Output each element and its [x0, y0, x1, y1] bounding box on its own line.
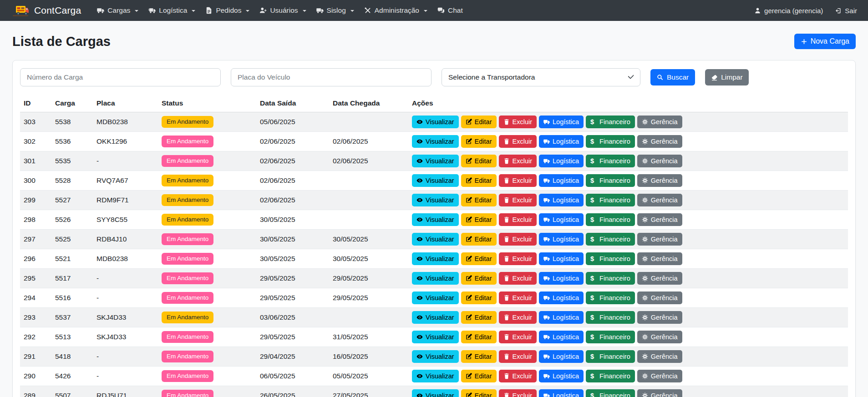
financeiro-button[interactable]: $Financeiro [586, 213, 635, 226]
logistica-button[interactable]: Logística [539, 311, 584, 324]
nav-item-administracao[interactable]: Administração [359, 6, 432, 15]
financeiro-button[interactable]: $Financeiro [586, 135, 635, 148]
excluir-button[interactable]: Excluir [499, 291, 537, 304]
brand[interactable]: ContCarga [11, 3, 81, 18]
excluir-button[interactable]: Excluir [499, 213, 537, 226]
gerencia-button[interactable]: Gerência [637, 331, 682, 343]
gerencia-button[interactable]: Gerência [637, 155, 682, 167]
logistica-button[interactable]: Logística [539, 291, 584, 304]
visualizar-button[interactable]: Visualizar [412, 370, 459, 382]
logistica-button[interactable]: Logística [539, 155, 584, 167]
nav-item-logistica[interactable]: Logística [143, 6, 200, 15]
gerencia-button[interactable]: Gerência [637, 311, 682, 324]
editar-button[interactable]: Editar [461, 252, 497, 265]
logistica-button[interactable]: Logística [539, 389, 584, 397]
gerencia-button[interactable]: Gerência [637, 370, 682, 382]
logistica-button[interactable]: Logística [539, 233, 584, 246]
logistica-button[interactable]: Logística [539, 350, 584, 363]
nav-item-cargas[interactable]: Cargas [92, 6, 143, 15]
gerencia-button[interactable]: Gerência [637, 389, 682, 397]
financeiro-button[interactable]: $Financeiro [586, 291, 635, 304]
logout-button[interactable]: Sair [835, 7, 857, 15]
excluir-button[interactable]: Excluir [499, 350, 537, 363]
visualizar-button[interactable]: Visualizar [412, 272, 459, 285]
visualizar-button[interactable]: Visualizar [412, 311, 459, 324]
visualizar-button[interactable]: Visualizar [412, 350, 459, 363]
gerencia-button[interactable]: Gerência [637, 135, 682, 148]
excluir-button[interactable]: Excluir [499, 174, 537, 187]
editar-button[interactable]: Editar [461, 116, 497, 128]
gerencia-button[interactable]: Gerência [637, 252, 682, 265]
editar-button[interactable]: Editar [461, 331, 497, 343]
financeiro-button[interactable]: $Financeiro [586, 350, 635, 363]
placa-veiculo-input[interactable] [231, 68, 431, 86]
financeiro-button[interactable]: $Financeiro [586, 370, 635, 382]
editar-button[interactable]: Editar [461, 272, 497, 285]
editar-button[interactable]: Editar [461, 233, 497, 246]
financeiro-button[interactable]: $Financeiro [586, 311, 635, 324]
excluir-button[interactable]: Excluir [499, 311, 537, 324]
gerencia-button[interactable]: Gerência [637, 213, 682, 226]
logistica-button[interactable]: Logística [539, 135, 584, 148]
excluir-button[interactable]: Excluir [499, 370, 537, 382]
financeiro-button[interactable]: $Financeiro [586, 331, 635, 343]
editar-button[interactable]: Editar [461, 291, 497, 304]
nav-item-pedidos[interactable]: Pedidos [200, 6, 254, 15]
gerencia-button[interactable]: Gerência [637, 194, 682, 206]
financeiro-button[interactable]: $Financeiro [586, 194, 635, 206]
nav-item-chat[interactable]: Chat [432, 6, 468, 15]
financeiro-button[interactable]: $Financeiro [586, 116, 635, 128]
visualizar-button[interactable]: Visualizar [412, 233, 459, 246]
visualizar-button[interactable]: Visualizar [412, 174, 459, 187]
nav-item-usuarios[interactable]: Usuários [254, 6, 311, 15]
logistica-button[interactable]: Logística [539, 116, 584, 128]
gerencia-button[interactable]: Gerência [637, 291, 682, 304]
financeiro-button[interactable]: $Financeiro [586, 272, 635, 285]
financeiro-button[interactable]: $Financeiro [586, 252, 635, 265]
gerencia-button[interactable]: Gerência [637, 116, 682, 128]
visualizar-button[interactable]: Visualizar [412, 135, 459, 148]
nova-carga-button[interactable]: Nova Carga [794, 34, 856, 49]
logistica-button[interactable]: Logística [539, 213, 584, 226]
gerencia-button[interactable]: Gerência [637, 174, 682, 187]
financeiro-button[interactable]: $Financeiro [586, 155, 635, 167]
user-menu[interactable]: gerencia (gerencia) [754, 7, 823, 15]
visualizar-button[interactable]: Visualizar [412, 291, 459, 304]
gerencia-button[interactable]: Gerência [637, 272, 682, 285]
editar-button[interactable]: Editar [461, 135, 497, 148]
editar-button[interactable]: Editar [461, 370, 497, 382]
visualizar-button[interactable]: Visualizar [412, 116, 459, 128]
logistica-button[interactable]: Logística [539, 370, 584, 382]
excluir-button[interactable]: Excluir [499, 194, 537, 206]
excluir-button[interactable]: Excluir [499, 272, 537, 285]
excluir-button[interactable]: Excluir [499, 135, 537, 148]
editar-button[interactable]: Editar [461, 155, 497, 167]
logistica-button[interactable]: Logística [539, 174, 584, 187]
logistica-button[interactable]: Logística [539, 272, 584, 285]
logistica-button[interactable]: Logística [539, 331, 584, 343]
visualizar-button[interactable]: Visualizar [412, 194, 459, 206]
visualizar-button[interactable]: Visualizar [412, 213, 459, 226]
visualizar-button[interactable]: Visualizar [412, 252, 459, 265]
financeiro-button[interactable]: $Financeiro [586, 174, 635, 187]
editar-button[interactable]: Editar [461, 213, 497, 226]
gerencia-button[interactable]: Gerência [637, 350, 682, 363]
visualizar-button[interactable]: Visualizar [412, 155, 459, 167]
nav-item-sislog[interactable]: Sislog [311, 6, 359, 15]
financeiro-button[interactable]: $Financeiro [586, 233, 635, 246]
gerencia-button[interactable]: Gerência [637, 233, 682, 246]
numero-carga-input[interactable] [20, 68, 221, 86]
transportadora-select[interactable]: Selecione a Transportadora [442, 68, 640, 86]
editar-button[interactable]: Editar [461, 174, 497, 187]
visualizar-button[interactable]: Visualizar [412, 389, 459, 397]
editar-button[interactable]: Editar [461, 389, 497, 397]
financeiro-button[interactable]: $Financeiro [586, 389, 635, 397]
buscar-button[interactable]: Buscar [650, 69, 695, 85]
logistica-button[interactable]: Logística [539, 252, 584, 265]
editar-button[interactable]: Editar [461, 194, 497, 206]
excluir-button[interactable]: Excluir [499, 233, 537, 246]
logistica-button[interactable]: Logística [539, 194, 584, 206]
visualizar-button[interactable]: Visualizar [412, 331, 459, 343]
editar-button[interactable]: Editar [461, 350, 497, 363]
excluir-button[interactable]: Excluir [499, 116, 537, 128]
